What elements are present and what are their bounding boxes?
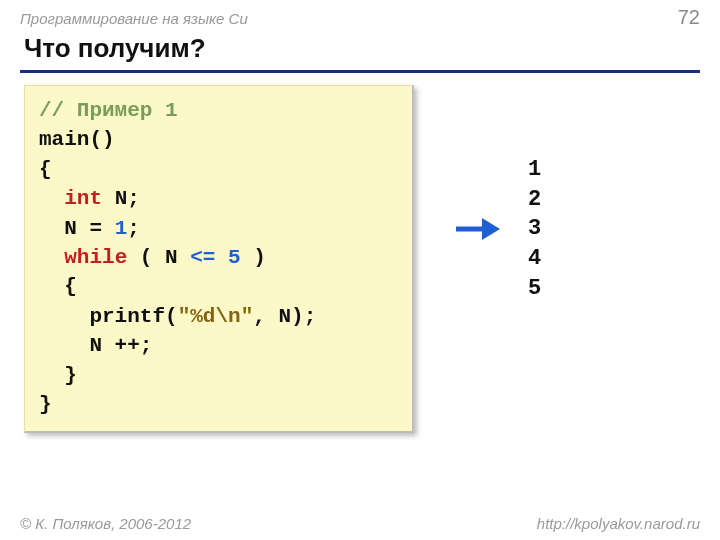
subject-label: Программирование на языке Си [20,10,248,27]
slide-title: Что получим? [0,29,720,66]
code-line: main() [39,128,115,151]
copyright-label: © К. Поляков, 2006-2012 [20,515,191,532]
content-area: // Пример 1 main() { int N; N = 1; while… [0,73,720,433]
code-comment: // Пример 1 [39,99,178,122]
code-text: N = [39,217,115,240]
code-number: 5 [228,246,241,269]
code-text: ; [127,217,140,240]
program-output: 1 2 3 4 5 [528,155,541,303]
code-keyword: while [64,246,127,269]
code-string: "%d\n" [178,305,254,328]
slide-footer: © К. Поляков, 2006-2012 http://kpolyakov… [0,515,720,532]
code-listing: // Пример 1 main() { int N; N = 1; while… [39,96,396,419]
code-text: ( N [127,246,190,269]
code-operator: <= [190,246,215,269]
code-line: N ++; [39,334,152,357]
code-example-box: // Пример 1 main() { int N; N = 1; while… [24,85,414,433]
code-text: N; [102,187,140,210]
slide-header: Программирование на языке Си 72 [0,0,720,29]
code-line: } [39,364,77,387]
code-text: , N); [253,305,316,328]
code-text: ) [241,246,266,269]
code-line: { [39,275,77,298]
svg-marker-1 [482,218,500,240]
code-text: printf( [39,305,178,328]
code-line: } [39,393,52,416]
arrow-right-icon [454,215,500,243]
source-url-label: http://kpolyakov.narod.ru [537,515,700,532]
code-keyword: int [64,187,102,210]
code-text [215,246,228,269]
code-number: 1 [115,217,128,240]
output-area: 1 2 3 4 5 [454,155,541,303]
page-number: 72 [678,6,700,29]
code-line: { [39,158,52,181]
